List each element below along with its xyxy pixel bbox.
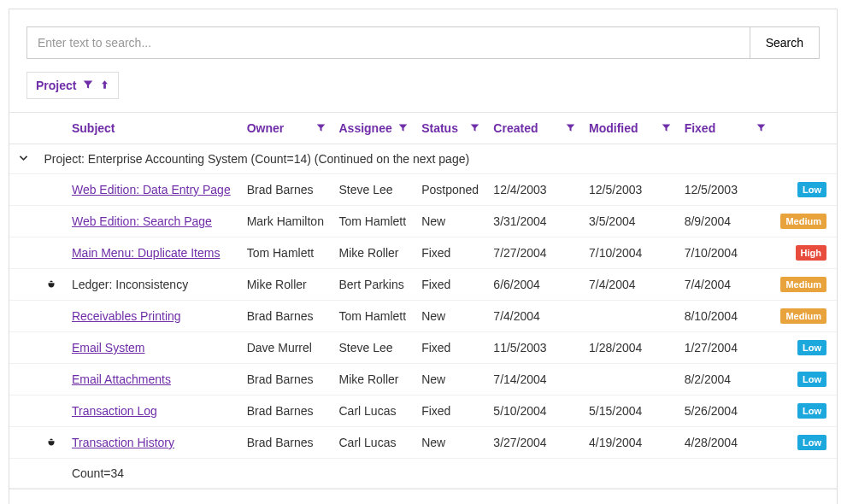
cell-modified: 4/19/2004 [582,427,678,459]
cell-priority: Low [773,332,837,364]
cell-priority: High [773,237,837,269]
cell-subject: Email Attachments [65,364,240,396]
expand-cell [9,427,37,459]
bug-cell [37,332,64,364]
bug-cell [37,301,64,332]
subject-link[interactable]: Web Edition: Search Page [72,214,212,228]
expand-cell [9,269,37,301]
cell-priority: Low [773,427,837,459]
filter-icon[interactable] [662,121,671,135]
group-chip-project[interactable]: Project [26,72,119,99]
cell-created: 12/4/2003 [486,174,582,206]
filter-icon[interactable] [470,121,479,135]
header-priority [773,113,837,144]
subject-link[interactable]: Receivables Printing [72,309,181,323]
cell-assignee: Mike Roller [332,364,415,396]
bug-cell [37,237,64,269]
cell-created: 7/14/2004 [486,364,582,396]
priority-badge: Low [797,403,826,419]
subject-link[interactable]: Email Attachments [72,372,171,386]
group-chip-label: Project [36,79,76,92]
group-footer-row: Count=34 [9,459,837,489]
filter-icon[interactable] [398,121,408,135]
filter-icon[interactable] [316,121,326,135]
header-expand [9,113,37,144]
subject-text: Ledger: Inconsistency [72,278,188,291]
cell-modified [582,364,678,396]
bug-cell [37,427,64,459]
bug-cell [37,174,64,206]
cell-owner: Brad Barnes [240,364,332,396]
cell-created: 3/31/2004 [486,206,582,237]
subject-link[interactable]: Transaction Log [72,404,157,418]
group-header-row: Project: Enterprise Accounting System (C… [9,144,837,174]
cell-assignee: Bert Parkins [332,269,415,301]
cell-assignee: Mike Roller [332,237,415,269]
cell-fixed: 8/10/2004 [678,301,773,332]
cell-fixed: 8/9/2004 [678,206,773,237]
cell-owner: Brad Barnes [240,301,332,332]
cell-fixed: 8/2/2004 [678,364,773,396]
filter-icon[interactable] [83,79,93,92]
header-created[interactable]: Created [486,113,582,144]
cell-priority: Low [773,364,837,396]
pager: Page 1 of 4 (37 items) Prev1234Next Page… [9,489,837,504]
cell-modified: 7/10/2004 [582,237,678,269]
bug-cell [37,396,64,427]
cell-modified: 3/5/2004 [582,206,678,237]
header-status[interactable]: Status [415,113,486,144]
priority-badge: Medium [780,308,826,324]
cell-created: 11/5/2003 [486,332,582,364]
cell-status: New [415,427,486,459]
cell-fixed: 7/4/2004 [678,269,773,301]
cell-created: 5/10/2004 [486,396,582,427]
cell-assignee: Tom Hamlett [332,206,415,237]
subject-link[interactable]: Transaction History [72,436,174,449]
bug-cell [37,206,64,237]
cell-fixed: 12/5/2003 [678,174,773,206]
subject-link[interactable]: Main Menu: Duplicate Items [72,246,221,260]
sort-asc-icon[interactable] [100,79,109,92]
cell-assignee: Steve Lee [332,332,415,364]
cell-subject: Main Menu: Duplicate Items [65,237,240,269]
header-assignee[interactable]: Assignee [332,113,415,144]
cell-assignee: Carl Lucas [332,396,415,427]
header-subject[interactable]: Subject [65,113,240,144]
cell-owner: Tom Hamlett [240,237,332,269]
bug-cell [37,269,64,301]
header-fixed[interactable]: Fixed [678,113,773,144]
bug-icon [45,278,57,292]
expand-toggle[interactable] [9,144,37,174]
subject-link[interactable]: Email System [72,341,145,355]
expand-cell [9,237,37,269]
header-bug [37,113,64,144]
search-button[interactable]: Search [750,26,820,59]
cell-modified [582,301,678,332]
expand-cell [9,396,37,427]
data-grid: Subject Owner Assignee Status Created Mo… [9,112,837,489]
search-input[interactable] [26,26,750,59]
cell-status: Fixed [415,269,486,301]
cell-subject: Transaction History [65,427,240,459]
cell-created: 7/4/2004 [486,301,582,332]
filter-icon[interactable] [566,121,575,135]
chevron-down-icon [18,152,29,166]
cell-priority: Low [773,174,837,206]
expand-cell [9,364,37,396]
cell-subject: Receivables Printing [65,301,240,332]
cell-priority: Low [773,396,837,427]
subject-link[interactable]: Web Edition: Data Entry Page [72,183,231,196]
cell-fixed: 5/26/2004 [678,396,773,427]
cell-created: 3/27/2004 [486,427,582,459]
cell-owner: Brad Barnes [240,427,332,459]
header-owner[interactable]: Owner [240,113,332,144]
expand-cell [9,301,37,332]
cell-owner: Mike Roller [240,269,332,301]
cell-status: Postponed [415,174,486,206]
expand-cell [9,206,37,237]
bug-cell [37,364,64,396]
cell-assignee: Tom Hamlett [332,301,415,332]
table-row: Email AttachmentsBrad BarnesMike RollerN… [9,364,837,396]
header-modified[interactable]: Modified [582,113,678,144]
filter-icon[interactable] [756,121,766,135]
